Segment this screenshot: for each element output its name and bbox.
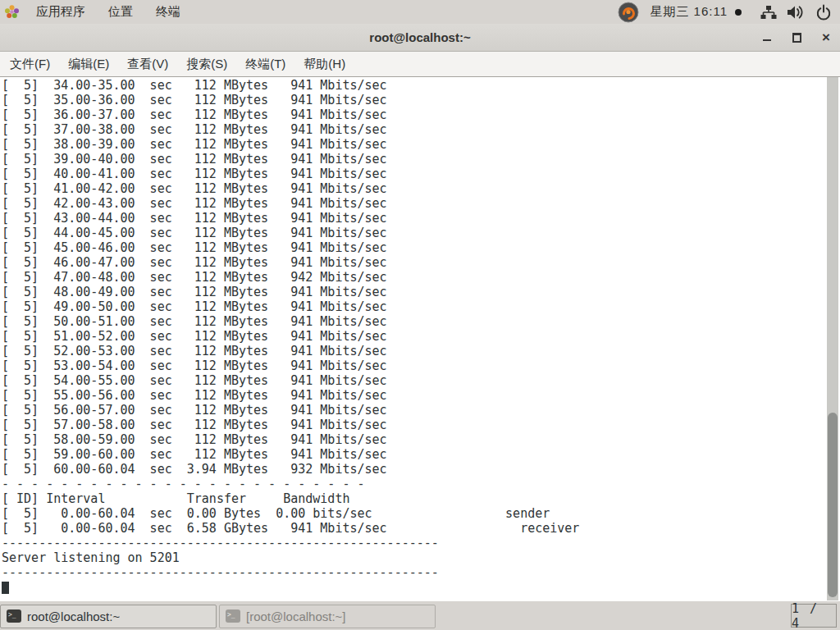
maximize-button[interactable]: [791, 32, 802, 43]
terminal-output: [ 5] 34.00-35.00 sec 112 MBytes 941 Mbit…: [0, 77, 840, 580]
menu-help[interactable]: 帮助(H): [294, 52, 354, 76]
notification-badge-icon[interactable]: [618, 2, 639, 23]
taskbar-window-button-minimized[interactable]: >_ [root@localhost:~]: [219, 605, 436, 628]
terminal-app-icon: >_: [7, 609, 21, 623]
menu-terminal[interactable]: 终端(T): [236, 52, 294, 76]
panel-menus: 应用程序 位置 终端: [0, 0, 192, 24]
workspace-switcher[interactable]: 1 / 4: [791, 604, 837, 628]
volume-icon[interactable]: [787, 5, 806, 20]
maximize-icon: [792, 33, 801, 43]
top-panel: 应用程序 位置 终端 星期三 16:11: [0, 0, 840, 25]
terminal-menubar: 文件(F) 编辑(E) 查看(V) 搜索(S) 终端(T) 帮助(H): [0, 52, 840, 77]
minimize-icon: [763, 39, 771, 41]
network-icon[interactable]: [760, 5, 777, 20]
applications-logo-icon[interactable]: [0, 4, 25, 20]
taskbar-window-label: root@localhost:~: [27, 609, 120, 623]
window-titlebar[interactable]: root@localhost:~ ×: [0, 24, 840, 52]
window-title: root@localhost:~: [369, 30, 470, 44]
panel-menu-places[interactable]: 位置: [97, 0, 144, 24]
close-button[interactable]: ×: [820, 32, 832, 43]
taskbar-window-button-active[interactable]: >_ root@localhost:~: [0, 605, 217, 628]
scrollbar-track[interactable]: [827, 77, 838, 601]
taskbar: >_ root@localhost:~ >_ [root@localhost:~…: [0, 600, 840, 630]
panel-menu-applications[interactable]: 应用程序: [25, 0, 97, 24]
minimize-button[interactable]: [761, 32, 773, 43]
menu-edit[interactable]: 编辑(E): [59, 52, 118, 76]
panel-menu-terminal[interactable]: 终端: [144, 0, 192, 24]
notification-dot-icon: [735, 9, 742, 16]
power-icon[interactable]: [815, 4, 832, 21]
terminal-app-icon: >_: [226, 609, 240, 623]
menu-search[interactable]: 搜索(S): [177, 52, 236, 76]
menu-file[interactable]: 文件(F): [1, 52, 59, 76]
taskbar-window-label: [root@localhost:~]: [246, 609, 346, 623]
scrollbar-thumb[interactable]: [828, 413, 838, 597]
panel-clock[interactable]: 星期三 16:11: [650, 4, 728, 20]
terminal-content-area[interactable]: [ 5] 34.00-35.00 sec 112 MBytes 941 Mbit…: [0, 77, 840, 601]
terminal-cursor: [2, 582, 9, 594]
menu-view[interactable]: 查看(V): [118, 52, 177, 76]
